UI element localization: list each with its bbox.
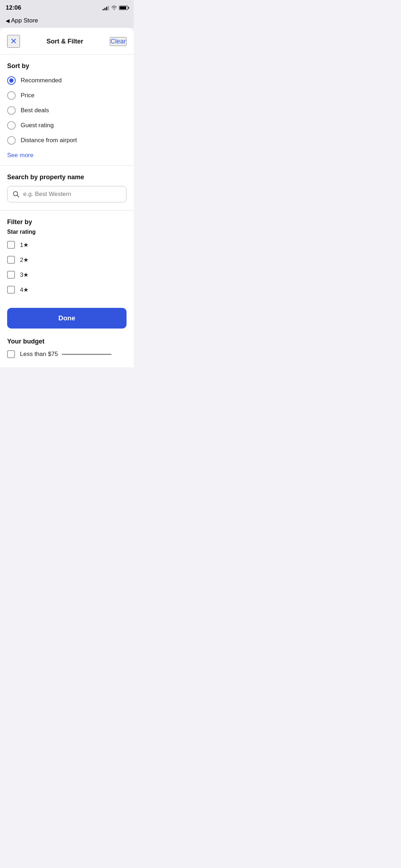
sort-option-distance-airport[interactable]: Distance from airport [7,136,127,145]
radio-distance-airport [7,136,16,145]
back-arrow-icon: ◀ [6,18,10,24]
status-time: 12:06 [6,4,21,11]
app-store-back-label: App Store [11,17,38,24]
search-input[interactable] [23,191,121,198]
radio-price [7,91,16,100]
sort-option-best-deals[interactable]: Best deals [7,106,127,115]
star-rating-subtitle: Star rating [7,229,127,235]
star-rating-4[interactable]: 4★ [7,286,127,294]
sort-label-recommended: Recommended [21,77,62,84]
checkbox-4star [7,286,15,294]
budget-title: Your budget [7,338,127,345]
filter-by-title: Filter by [7,218,127,226]
search-by-property-section: Search by property name [0,166,134,211]
star-rating-2[interactable]: 2★ [7,256,127,264]
checkbox-1star [7,241,15,249]
done-button-wrap: Done [0,304,134,332]
done-button[interactable]: Done [7,308,127,329]
sort-option-price[interactable]: Price [7,91,127,100]
see-more-button[interactable]: See more [7,152,127,159]
budget-option-lt75[interactable]: Less than $75 [7,350,127,358]
sort-label-best-deals: Best deals [21,107,49,114]
sort-label-guest-rating: Guest rating [21,122,54,129]
sort-option-guest-rating[interactable]: Guest rating [7,121,127,130]
clear-button[interactable]: Clear [110,37,127,46]
checkbox-3star [7,271,15,279]
search-section-title: Search by property name [7,174,127,181]
sort-by-title: Sort by [7,62,127,70]
radio-best-deals [7,106,16,115]
svg-line-1 [17,195,19,197]
label-1star: 1★ [20,241,29,249]
star-rating-3[interactable]: 3★ [7,271,127,279]
label-3star: 3★ [20,271,29,279]
search-input-container[interactable] [7,186,127,202]
label-4star: 4★ [20,286,29,294]
sort-label-distance-airport: Distance from airport [21,137,77,144]
sort-label-price: Price [21,92,35,99]
radio-recommended [7,76,16,85]
status-icons [103,5,128,10]
label-2star: 2★ [20,256,29,264]
sort-option-recommended[interactable]: Recommended [7,76,127,85]
modal-title: Sort & Filter [46,38,83,45]
checkbox-lt75 [7,350,15,358]
search-icon [12,191,20,198]
star-rating-1[interactable]: 1★ [7,241,127,249]
checkbox-2star [7,256,15,264]
sort-by-section: Sort by Recommended Price Best deals Gue… [0,55,134,166]
radio-guest-rating [7,121,16,130]
filter-by-section: Filter by Star rating 1★ 2★ 3★ 4★ [0,211,134,304]
budget-bar [62,354,112,355]
status-bar: 12:06 [0,0,134,16]
signal-icon [103,5,109,10]
wifi-icon [111,6,117,10]
back-nav[interactable]: ◀ App Store [0,16,134,28]
label-lt75: Less than $75 [20,351,58,358]
modal-header: ✕ Sort & Filter Clear [0,28,134,55]
your-budget-section: Your budget Less than $75 [0,332,134,367]
battery-icon [119,6,128,10]
modal-sheet: ✕ Sort & Filter Clear Sort by Recommende… [0,28,134,367]
close-button[interactable]: ✕ [7,35,20,48]
